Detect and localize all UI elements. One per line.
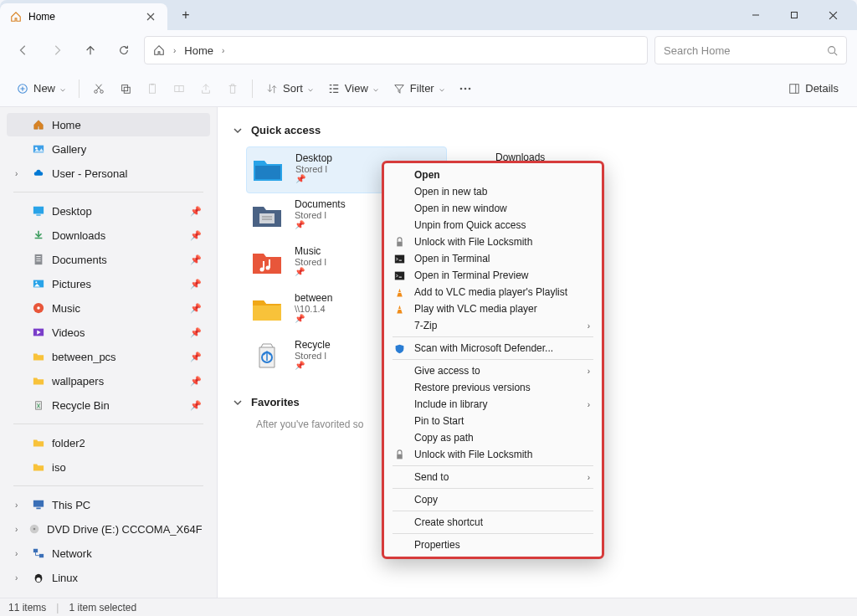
menu-item[interactable]: Give access to › (384, 362, 602, 379)
tab-home[interactable]: Home (0, 3, 167, 30)
sidebar-item-videos[interactable]: Videos 📌 (7, 321, 210, 344)
new-button[interactable]: New ⌵ (10, 75, 72, 102)
folder-icon (32, 460, 45, 474)
sidebar-item-iso[interactable]: iso (7, 455, 210, 479)
menu-item[interactable]: 7-Zip › (384, 317, 602, 334)
copy-button[interactable] (113, 75, 138, 102)
pin-icon: 📌 (190, 352, 202, 362)
submenu-arrow-icon: › (588, 400, 590, 409)
rename-button[interactable] (167, 75, 192, 102)
menu-item[interactable]: Scan with Microsoft Defender... (384, 340, 602, 357)
menu-item[interactable]: Include in library › (384, 396, 602, 413)
forward-button[interactable] (44, 37, 70, 64)
pin-icon: 📌 (190, 230, 202, 241)
more-button[interactable] (453, 75, 478, 102)
refresh-button[interactable] (110, 37, 137, 64)
sidebar-item-wallpapers[interactable]: wallpapers 📌 (7, 369, 210, 393)
details-button[interactable]: Details (780, 82, 847, 95)
search-input[interactable]: Search Home (654, 36, 847, 64)
view-button[interactable]: View ⌵ (321, 75, 385, 102)
videos-icon (32, 326, 45, 339)
sidebar-item-network[interactable]: › Network (7, 542, 210, 565)
chevron-right-icon[interactable]: › (15, 169, 25, 178)
menu-item[interactable]: Send to › (384, 469, 602, 485)
sidebar-item-gallery[interactable]: Gallery (7, 137, 210, 161)
maximize-button[interactable] (777, 3, 812, 27)
menu-item[interactable]: Unpin from Quick access (384, 217, 602, 234)
blank-icon (393, 538, 406, 552)
menu-item[interactable]: Add to VLC media player's Playlist (384, 284, 602, 300)
menu-item[interactable]: Unlock with File Locksmith (384, 446, 602, 463)
up-button[interactable] (77, 37, 104, 64)
tab-close-button[interactable] (144, 10, 157, 23)
navigation-pane[interactable]: Home Gallery › User - Personal Desktop 📌… (0, 107, 218, 598)
sidebar-item-home[interactable]: Home (7, 113, 210, 136)
menu-item[interactable]: Unlock with File Locksmith (384, 234, 602, 250)
sidebar-item-thispc[interactable]: › This PC (7, 493, 210, 516)
pin-icon: 📌 (190, 327, 202, 338)
menu-item[interactable]: Copy as path (384, 429, 602, 446)
chevron-down-icon (233, 398, 243, 408)
menu-item[interactable]: Open (384, 167, 602, 183)
cut-button[interactable] (86, 75, 111, 102)
folder-icon (32, 436, 45, 449)
menu-item-label: Properties (414, 539, 460, 551)
linux-icon (32, 571, 45, 584)
menu-item-label: Copy (414, 494, 438, 506)
item-sub: Stored l (295, 257, 326, 267)
paste-button[interactable] (140, 75, 165, 102)
minimize-button[interactable] (738, 3, 773, 27)
menu-item[interactable]: Pin to Start (384, 413, 602, 429)
menu-item[interactable]: Open in Terminal Preview (384, 267, 602, 284)
tab-title: Home (28, 11, 55, 23)
sidebar-item-user[interactable]: › User - Personal (7, 162, 210, 185)
svg-point-27 (33, 528, 36, 531)
sidebar-item-music[interactable]: Music 📌 (7, 296, 210, 320)
item-sub: Stored l (295, 164, 332, 174)
item-sub: \\10.1.4 (295, 304, 332, 314)
menu-item[interactable]: Properties (384, 536, 602, 553)
back-button[interactable] (10, 37, 37, 64)
sidebar-item-linux[interactable]: › Linux (7, 566, 210, 589)
menu-item-label: Open in Terminal (414, 253, 490, 264)
sidebar-item-pictures[interactable]: Pictures 📌 (7, 272, 210, 295)
menu-item[interactable]: Open in Terminal (384, 250, 602, 267)
menu-item[interactable]: Copy (384, 491, 602, 508)
svg-point-31 (36, 578, 40, 582)
new-tab-button[interactable]: + (174, 3, 198, 27)
pin-icon: 📌 (295, 220, 346, 229)
sidebar-item-desktop[interactable]: Desktop 📌 (7, 199, 210, 223)
chevron-right-icon[interactable]: › (15, 549, 25, 558)
item-sub: Stored l (295, 351, 331, 361)
chevron-right-icon[interactable]: › (15, 501, 25, 510)
search-icon (827, 45, 838, 56)
close-window-button[interactable] (815, 3, 850, 27)
sidebar-item-folder2[interactable]: folder2 (7, 431, 210, 454)
sidebar-item-recycle[interactable]: Recycle Bin 📌 (7, 393, 210, 417)
filter-button[interactable]: Filter ⌵ (387, 75, 451, 102)
svg-rect-17 (36, 214, 40, 215)
folder-icon (249, 292, 285, 327)
share-button[interactable] (193, 75, 218, 102)
sidebar-item-between-pcs[interactable]: between_pcs 📌 (7, 345, 210, 368)
delete-button[interactable] (220, 75, 245, 102)
menu-item[interactable]: Open in new window (384, 200, 602, 217)
section-quick-access[interactable]: Quick access (233, 124, 842, 136)
chevron-down-icon: ⌵ (308, 84, 313, 93)
svg-rect-6 (124, 87, 130, 93)
menu-item[interactable]: Open in new tab (384, 183, 602, 200)
menu-item[interactable]: Create shortcut (384, 514, 602, 531)
svg-point-10 (459, 87, 462, 90)
sort-button[interactable]: Sort ⌵ (259, 75, 320, 102)
sidebar-item-downloads[interactable]: Downloads 📌 (7, 223, 210, 247)
breadcrumb-home[interactable]: Home (184, 44, 213, 57)
chevron-right-icon[interactable]: › (15, 573, 25, 583)
sidebar-item-documents[interactable]: Documents 📌 (7, 248, 210, 271)
svg-rect-28 (33, 549, 38, 552)
menu-item[interactable]: Restore previous versions (384, 379, 602, 396)
chevron-right-icon[interactable]: › (15, 525, 22, 534)
address-bar[interactable]: › Home › (144, 36, 648, 64)
sidebar-item-dvd[interactable]: › DVD Drive (E:) CCCOMA_X64FRE_EN-US_DV (7, 517, 210, 541)
context-menu[interactable]: Open Open in new tab Open in new window … (382, 161, 604, 559)
menu-item[interactable]: Play with VLC media player (384, 300, 602, 317)
